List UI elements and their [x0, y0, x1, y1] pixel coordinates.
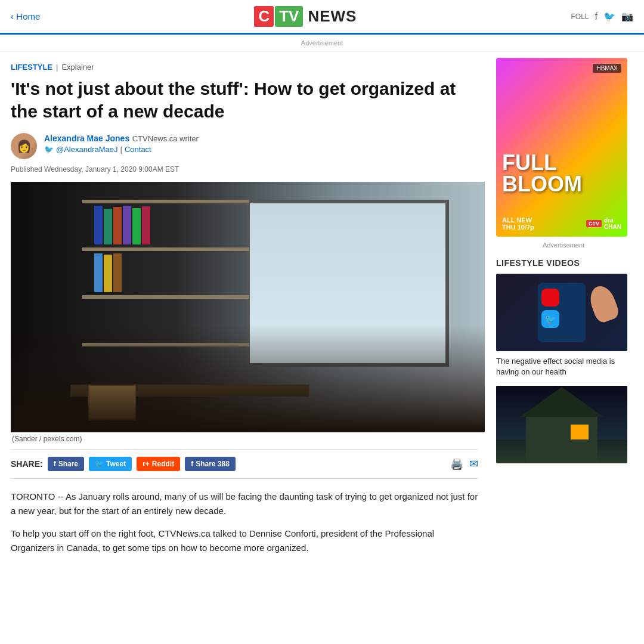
house-shape: [526, 416, 597, 463]
image-clutter: [11, 325, 485, 432]
back-label: Home: [16, 11, 40, 21]
avatar-image: 👩: [11, 133, 37, 159]
share-fcount-button[interactable]: f Share 388: [185, 457, 236, 471]
phone-screen: 🐦: [538, 283, 586, 342]
chevron-left-icon: ‹: [11, 11, 14, 22]
facebook-share-icon: f: [54, 460, 56, 468]
author-name[interactable]: Alexandra Mae Jones: [44, 134, 129, 143]
sidebar-video-caption-1: The negative effect social media is havi…: [496, 356, 631, 377]
share-right: 🖨️ ✉: [450, 457, 478, 470]
share-left: SHARE: f Share 🐦 Tweet r+ Reddit f Share…: [11, 457, 236, 471]
article-title: 'It's not just about the stuff': How to …: [11, 78, 478, 122]
back-home-link[interactable]: ‹ Home: [11, 11, 40, 22]
site-header: ‹ Home C TV NEWS FOLL f 🐦 📷: [0, 0, 644, 35]
breadcrumb-category[interactable]: LIFESTYLE: [11, 63, 52, 72]
image-scene: [11, 182, 485, 432]
fshare-label: Share 388: [196, 460, 230, 468]
sidebar-ad-schedule: ALL NEWTHU 10/7p: [502, 216, 534, 231]
twitter-app-icon: 🐦: [541, 310, 559, 328]
ad-banner-top: Advertisement: [0, 35, 644, 52]
article-body: TORONTO -- As January rolls around, many…: [11, 490, 478, 555]
article-paragraph-2: To help you start off on the right foot,…: [11, 527, 478, 555]
twitter-share-label: Tweet: [106, 460, 126, 468]
twitter-icon[interactable]: 🐦: [603, 11, 615, 22]
logo-c: C: [254, 6, 274, 27]
author-social-row: 🐦 @AlexandraMaeJ | Contact: [44, 145, 199, 154]
finger-icon: [586, 283, 621, 324]
twitter-share-icon: 🐦: [95, 460, 104, 468]
sidebar-ad-channel: CTV draCHAN: [586, 217, 621, 230]
share-section: SHARE: f Share 🐦 Tweet r+ Reddit f Share…: [11, 449, 478, 479]
channel-name: draCHAN: [604, 217, 621, 230]
image-caption: (Sander / pexels.com): [11, 435, 478, 443]
article-hero-image: [11, 182, 485, 432]
article-column: LIFESTYLE | Explainer 'It's not just abo…: [0, 52, 489, 574]
sidebar: HBMAX FULLBLOOM ALL NEWTHU 10/7p CTV dra…: [489, 52, 638, 574]
published-date: Published Wednesday, January 1, 2020 9:0…: [11, 165, 478, 174]
header-right: FOLL f 🐦 📷: [571, 11, 633, 22]
house-roof: [520, 387, 603, 417]
sidebar-ad-badge: HBMAX: [593, 64, 621, 73]
article-image-wrap: (Sander / pexels.com): [11, 182, 478, 443]
follow-label: FOLL: [571, 13, 589, 21]
breadcrumb-separator: |: [56, 63, 58, 72]
netflix-app-icon: [541, 289, 559, 306]
share-label: SHARE:: [11, 459, 43, 469]
reddit-share-label: Reddit: [152, 460, 174, 468]
channel-logo: CTV: [586, 220, 602, 227]
facebook-icon[interactable]: f: [595, 11, 597, 22]
house-scene: [496, 386, 627, 463]
share-reddit-button[interactable]: r+ Reddit: [137, 457, 180, 471]
sidebar-ad-title: FULLBLOOM: [502, 152, 621, 195]
author-twitter-handle[interactable]: @AlexandraMaeJ: [56, 145, 118, 154]
author-info: Alexandra Mae Jones CTVNews.ca writer 🐦 …: [44, 133, 199, 154]
site-logo[interactable]: C TV NEWS: [254, 6, 357, 27]
author-name-row: Alexandra Mae Jones CTVNews.ca writer: [44, 133, 199, 144]
sidebar-ad-bottom: ALL NEWTHU 10/7p CTV draCHAN: [496, 216, 627, 231]
print-icon[interactable]: 🖨️: [450, 457, 463, 470]
breadcrumb: LIFESTYLE | Explainer: [11, 63, 478, 72]
mail-icon[interactable]: ✉: [469, 457, 478, 470]
instagram-icon[interactable]: 📷: [621, 11, 633, 22]
sidebar-ad-label: Advertisement: [496, 242, 631, 249]
sidebar-video-thumbnail-2[interactable]: [496, 386, 627, 463]
twitter-small-icon: 🐦: [44, 145, 54, 154]
breadcrumb-subcategory[interactable]: Explainer: [61, 63, 94, 72]
author-role: CTVNews.ca writer: [132, 134, 199, 143]
author-avatar: 👩: [11, 133, 37, 159]
fshare-icon: f: [191, 460, 193, 468]
house-window: [571, 425, 589, 439]
sidebar-advertisement[interactable]: HBMAX FULLBLOOM ALL NEWTHU 10/7p CTV dra…: [496, 58, 627, 237]
sidebar-ad-text: FULLBLOOM: [502, 152, 621, 195]
social-separator: |: [120, 145, 122, 154]
author-section: 👩 Alexandra Mae Jones CTVNews.ca writer …: [11, 133, 478, 159]
share-facebook-button[interactable]: f Share: [48, 457, 84, 471]
logo-tv: TV: [275, 6, 303, 27]
article-paragraph-1: TORONTO -- As January rolls around, many…: [11, 490, 478, 518]
header-left: ‹ Home: [11, 11, 40, 22]
sidebar-videos-title: LIFESTYLE VIDEOS: [496, 258, 631, 268]
share-twitter-button[interactable]: 🐦 Tweet: [89, 457, 132, 471]
facebook-share-label: Share: [58, 460, 78, 468]
main-layout: LIFESTYLE | Explainer 'It's not just abo…: [0, 52, 644, 574]
author-contact-link[interactable]: Contact: [125, 145, 151, 154]
reddit-share-icon: r+: [143, 460, 150, 468]
logo-news: NEWS: [308, 7, 357, 26]
sidebar-video-thumbnail-1[interactable]: 🐦: [496, 274, 627, 351]
